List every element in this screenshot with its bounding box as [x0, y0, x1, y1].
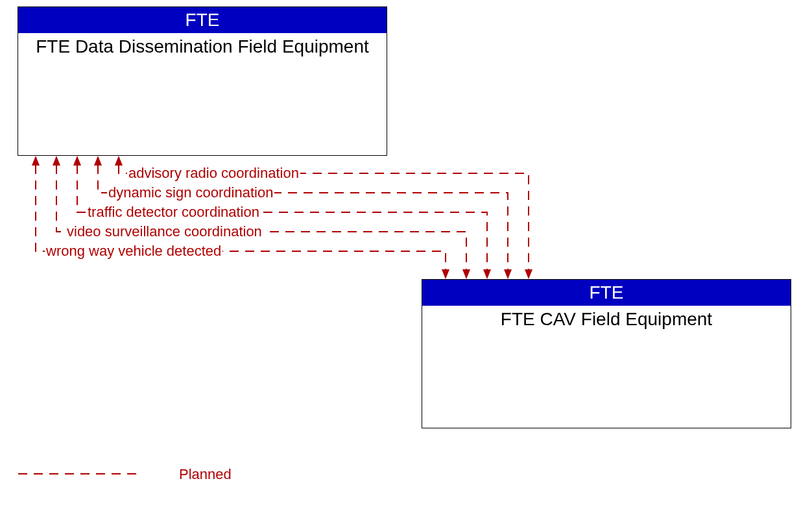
arrow-down-icon	[442, 269, 449, 279]
arrow-up-icon	[73, 156, 81, 166]
node-header: FTE	[18, 7, 387, 33]
node-body: FTE Data Dissemination Field Equipment	[18, 33, 387, 58]
flow-label-advisory-radio: advisory radio coordination	[127, 165, 300, 182]
arrow-up-icon	[53, 156, 60, 166]
arrow-up-icon	[94, 156, 102, 166]
legend-label-planned: Planned	[179, 466, 232, 483]
arrow-up-icon	[32, 156, 40, 166]
node-body: FTE CAV Field Equipment	[422, 306, 791, 330]
flow-label-video-surveillance: video surveillance coordination	[66, 223, 263, 240]
node-header: FTE	[422, 280, 791, 306]
node-fte-cav-field: FTE FTE CAV Field Equipment	[422, 279, 791, 428]
arrow-down-icon	[483, 269, 491, 279]
arrow-down-icon	[504, 269, 512, 279]
arrow-down-icon	[462, 269, 470, 279]
arrow-up-icon	[115, 156, 123, 166]
flow-label-dynamic-sign: dynamic sign coordination	[107, 184, 274, 201]
flow-label-traffic-detector: traffic detector coordination	[86, 204, 261, 221]
flow-label-wrong-way: wrong way vehicle detected	[45, 243, 222, 260]
node-fte-data-dissemination: FTE FTE Data Dissemination Field Equipme…	[18, 6, 387, 156]
arrow-down-icon	[525, 269, 532, 279]
